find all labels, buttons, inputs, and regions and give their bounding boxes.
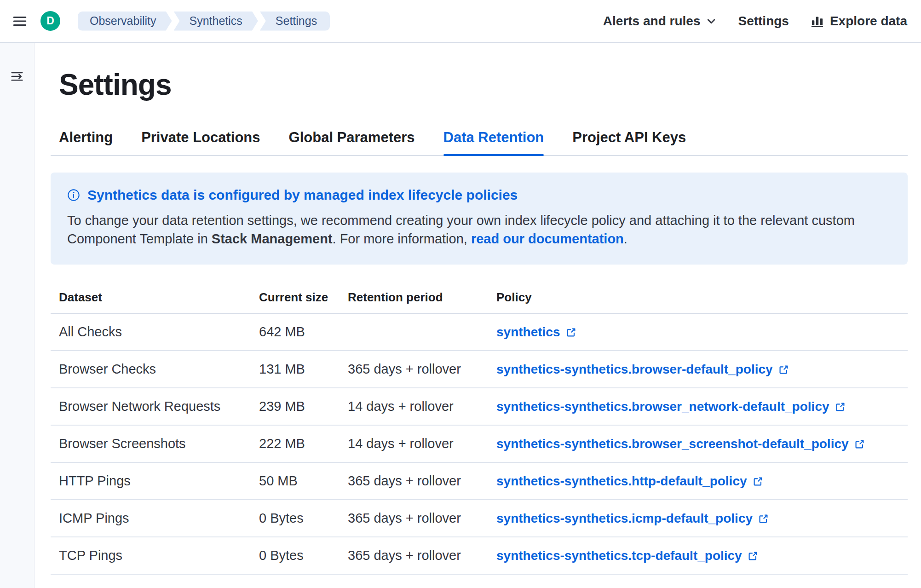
dataset-label: HTTP Pings [59, 473, 131, 488]
column-header-retention-period: Retention period [348, 283, 496, 313]
callout-header: Synthetics data is configured by managed… [67, 187, 889, 203]
callout-text: . [624, 231, 627, 246]
policy-name: synthetics-synthetics.browser_network-de… [496, 399, 829, 414]
cell-dataset: TCP Pings [51, 537, 259, 574]
callout-text: . For more information, [333, 231, 471, 246]
cell-dataset: Browser Screenshots [51, 425, 259, 462]
current-size-value: 0 Bytes [259, 548, 304, 563]
policy-name: synthetics-synthetics.browser-default_po… [496, 362, 773, 377]
policy-name: synthetics-synthetics.icmp-default_polic… [496, 511, 753, 526]
dataset-label: Browser Checks [59, 362, 156, 376]
current-size-value: 50 MB [259, 473, 298, 488]
cell-dataset: Browser Network Requests [51, 388, 259, 425]
policy-name: synthetics [496, 325, 560, 340]
explore-data-link[interactable]: Explore data [810, 14, 907, 29]
global-header: D ObservabilitySyntheticsSettings Alerts… [0, 0, 921, 43]
retention-period-value: 365 days + rollover [348, 362, 461, 376]
retention-period-value: 14 days + rollover [348, 399, 454, 414]
space-avatar[interactable]: D [40, 11, 60, 31]
tab-label: Global Parameters [289, 129, 415, 145]
cell-current-size: 222 MB [259, 425, 348, 462]
cell-policy: synthetics [496, 313, 908, 351]
tab-private-locations[interactable]: Private Locations [141, 129, 260, 155]
header-actions: Alerts and rules Settings Explore data [603, 14, 907, 29]
current-size-value: 642 MB [259, 324, 305, 339]
table-row: ICMP Pings 0 Bytes 365 days + rollover s… [51, 500, 908, 537]
external-link-icon [778, 364, 789, 375]
breadcrumb-item-observability[interactable]: Observability [78, 12, 172, 31]
tab-project-api-keys[interactable]: Project API Keys [572, 129, 686, 155]
cell-retention-period: 365 days + rollover [348, 462, 496, 500]
external-link-icon [835, 402, 846, 412]
external-link-icon [566, 327, 576, 338]
info-icon [67, 189, 80, 202]
collapsed-sidebar [0, 43, 35, 588]
tab-data-retention[interactable]: Data Retention [443, 129, 544, 155]
tab-global-parameters[interactable]: Global Parameters [289, 129, 415, 155]
policy-link[interactable]: synthetics-synthetics.tcp-default_policy [496, 548, 758, 563]
header-settings-label: Settings [738, 14, 789, 29]
external-link-icon [753, 476, 763, 487]
policy-name: synthetics-synthetics.http-default_polic… [496, 474, 747, 489]
breadcrumb-label: Settings [276, 14, 317, 28]
policy-name: synthetics-synthetics.tcp-default_policy [496, 548, 742, 563]
policy-link[interactable]: synthetics [496, 325, 576, 340]
explore-data-label: Explore data [830, 14, 907, 29]
retention-period-value: 365 days + rollover [348, 548, 461, 563]
column-header-current-size: Current size [259, 283, 348, 313]
cell-dataset: All Checks [51, 313, 259, 351]
menu-button[interactable] [12, 13, 28, 29]
cell-current-size: 0 Bytes [259, 500, 348, 537]
expand-sidebar-button[interactable] [10, 69, 24, 83]
menu-right-icon [10, 69, 24, 83]
callout-body: To change your data retention settings, … [67, 211, 889, 248]
cell-current-size: 239 MB [259, 388, 348, 425]
retention-period-value: 14 days + rollover [348, 436, 454, 451]
retention-period-value: 365 days + rollover [348, 511, 461, 525]
tab-label: Private Locations [141, 129, 260, 145]
table-row: All Checks 642 MB synthetics [51, 313, 908, 351]
cell-dataset: Browser Checks [51, 351, 259, 388]
documentation-link[interactable]: read our documentation [471, 231, 624, 246]
page-title: Settings [59, 68, 908, 102]
policy-link[interactable]: synthetics-synthetics.browser_network-de… [496, 399, 846, 414]
chevron-down-icon [706, 16, 717, 27]
current-size-value: 239 MB [259, 399, 305, 414]
current-size-value: 222 MB [259, 436, 305, 451]
cell-dataset: HTTP Pings [51, 462, 259, 500]
dataset-label: Browser Screenshots [59, 436, 186, 451]
current-size-value: 0 Bytes [259, 511, 304, 525]
retention-period-value: 365 days + rollover [348, 473, 461, 488]
table-row: Browser Screenshots 222 MB 14 days + rol… [51, 425, 908, 462]
cell-policy: synthetics-synthetics.tcp-default_policy [496, 537, 908, 574]
breadcrumb: ObservabilitySyntheticsSettings [78, 12, 330, 31]
breadcrumb-item-synthetics[interactable]: Synthetics [174, 12, 258, 31]
table-row: HTTP Pings 50 MB 365 days + rollover syn… [51, 462, 908, 500]
cell-current-size: 642 MB [259, 313, 348, 351]
hamburger-icon [12, 13, 28, 29]
cell-policy: synthetics-synthetics.browser-default_po… [496, 351, 908, 388]
breadcrumb-item-settings[interactable]: Settings [260, 12, 330, 31]
table-row: Browser Checks 131 MB 365 days + rollove… [51, 351, 908, 388]
column-header-policy: Policy [496, 283, 908, 313]
policy-link[interactable]: synthetics-synthetics.browser-default_po… [496, 362, 789, 377]
cell-retention-period [348, 313, 496, 351]
cell-policy: synthetics-synthetics.http-default_polic… [496, 462, 908, 500]
policy-link[interactable]: synthetics-synthetics.http-default_polic… [496, 474, 763, 489]
avatar-letter: D [46, 15, 54, 27]
cell-policy: synthetics-synthetics.browser_network-de… [496, 388, 908, 425]
tab-label: Project API Keys [572, 129, 686, 145]
external-link-icon [758, 513, 769, 524]
tab-alerting[interactable]: Alerting [59, 129, 113, 155]
current-size-value: 131 MB [259, 362, 305, 376]
tabs: AlertingPrivate LocationsGlobal Paramete… [51, 129, 908, 156]
header-settings-link[interactable]: Settings [738, 14, 789, 29]
alerts-and-rules-menu[interactable]: Alerts and rules [603, 14, 717, 29]
policy-link[interactable]: synthetics-synthetics.icmp-default_polic… [496, 511, 769, 526]
dataset-label: Browser Network Requests [59, 399, 220, 414]
cell-policy: synthetics-synthetics.icmp-default_polic… [496, 500, 908, 537]
dataset-label: ICMP Pings [59, 511, 129, 525]
cell-policy: synthetics-synthetics.browser_screenshot… [496, 425, 908, 462]
policy-link[interactable]: synthetics-synthetics.browser_screenshot… [496, 437, 865, 451]
info-callout: Synthetics data is configured by managed… [51, 173, 908, 265]
